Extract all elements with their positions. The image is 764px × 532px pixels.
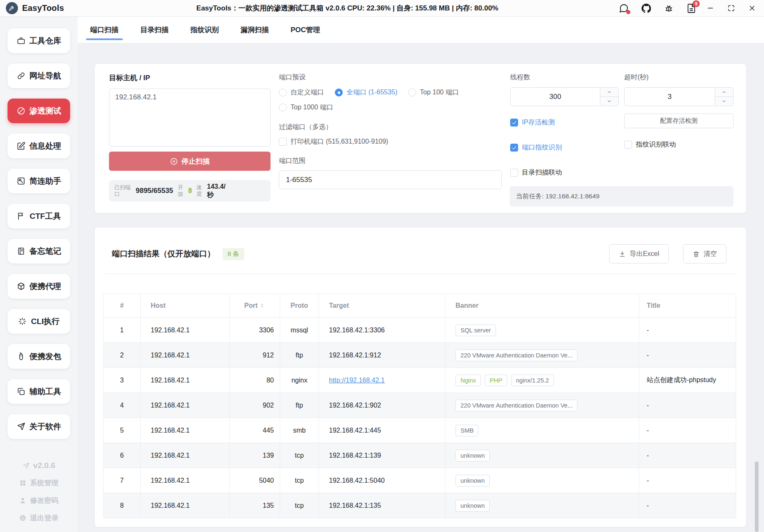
download-icon	[619, 251, 626, 258]
target-link[interactable]: http://192.168.42.1	[329, 377, 385, 384]
scan-option-checkbox-0[interactable]: IP存活检测	[510, 118, 619, 127]
chat-icon[interactable]	[619, 3, 629, 13]
host-cell: 192.168.42.1	[141, 443, 230, 468]
title-cell: -	[639, 393, 736, 418]
chevron-down-icon	[607, 99, 612, 104]
target-text: 192.168.42.1:445	[329, 427, 381, 434]
sidebar-item-8[interactable]: CLI执行	[8, 309, 70, 334]
bug-glyph-icon	[664, 3, 674, 13]
decrement-button[interactable]	[600, 97, 618, 106]
index-cell: 7	[104, 468, 141, 493]
tab-3[interactable]: 漏洞扫描	[239, 17, 271, 43]
column-header-port[interactable]: Port	[230, 294, 280, 318]
chevron-up-icon	[607, 89, 612, 95]
sidebar-item-9[interactable]: 便携发包	[8, 344, 70, 369]
tab-0[interactable]: 端口扫描	[89, 17, 120, 43]
proto-cell: ftp	[280, 393, 319, 418]
radio-unchecked-icon	[408, 89, 416, 96]
banner-cell: unknown	[445, 443, 639, 468]
notebook-icon	[17, 247, 25, 256]
sidebar-item-0[interactable]: 工具仓库	[8, 28, 70, 53]
configure-alive-check-button[interactable]: 配置存活检测	[624, 114, 734, 128]
sidebar-item-2[interactable]: 渗透测试	[8, 99, 70, 123]
table-row: 2192.168.42.1912ftp192.168.42.1:912220 V…	[104, 343, 736, 368]
preset-radio-3[interactable]: Top 1000 端口	[279, 103, 333, 112]
sidebar-footer-item-2[interactable]: 修改密码	[19, 496, 58, 505]
export-excel-label: 导出Excel	[630, 250, 659, 258]
table-row: 1192.168.42.13306mssql192.168.42.1:3306S…	[104, 318, 736, 343]
filter-checkbox-0[interactable]: 打印机端口 (515,631,9100-9109)	[279, 137, 388, 146]
checkbox-unchecked-icon	[624, 141, 632, 149]
proto-cell: mssql	[280, 318, 319, 343]
close-button[interactable]	[746, 3, 757, 14]
index-cell: 5	[104, 418, 141, 443]
banner-cell: unknown	[445, 493, 639, 518]
stepper-controls	[600, 88, 618, 106]
sidebar-item-11[interactable]: 关于软件	[8, 414, 70, 439]
sidebar-item-4[interactable]: 简连助手	[8, 169, 70, 193]
preset-radio-0[interactable]: 自定义端口	[279, 88, 324, 97]
banner-cell: NginxPHPnginx/1.25.2	[445, 368, 639, 393]
radio-label: Top 100 端口	[420, 88, 459, 97]
bug-icon[interactable]	[664, 3, 674, 13]
preset-radio-2[interactable]: Top 100 端口	[408, 88, 459, 97]
port-cell: 3306	[230, 318, 280, 343]
trash-icon	[693, 251, 700, 258]
checkbox-label: 目录扫描联动	[522, 168, 562, 177]
threads-stepper[interactable]: 300	[510, 87, 619, 106]
stop-scan-button[interactable]: 停止扫描	[109, 152, 271, 171]
changelog-doc-icon[interactable]: 9	[686, 3, 696, 13]
table-row: 8192.168.42.1135tcp192.168.42.1:135unkno…	[104, 493, 736, 518]
scan-option-checkbox-1[interactable]: 端口指纹识别	[510, 143, 619, 152]
github-icon[interactable]	[641, 3, 651, 13]
github-mark-icon	[641, 3, 651, 13]
results-count-badge: 8 条	[223, 248, 244, 260]
sidebar-item-6[interactable]: 备忘笔记	[8, 239, 70, 263]
sidebar-item-1[interactable]: 网址导航	[8, 63, 70, 88]
checkbox-label: IP存活检测	[522, 118, 555, 127]
scan-option-checkbox-2[interactable]: 目录扫描联动	[510, 168, 619, 177]
target-text: 192.168.42.1:912	[329, 352, 381, 359]
sidebar-footer-item-0[interactable]: v2.0.6	[23, 461, 56, 470]
tab-4[interactable]: POC管理	[289, 17, 322, 43]
decrement-button[interactable]	[715, 97, 733, 106]
sidebar-nav: 工具仓库网址导航渗透测试信息处理简连助手CTF工具备忘笔记便携代理CLI执行便携…	[0, 28, 78, 439]
sidebar-footer-label: v2.0.6	[33, 461, 56, 470]
increment-button[interactable]	[715, 88, 733, 97]
sidebar-item-5[interactable]: CTF工具	[8, 204, 70, 228]
titlebar-icons: 9	[607, 3, 702, 13]
title-cell: 站点创建成功-phpstudy	[639, 368, 736, 393]
minimize-button[interactable]	[705, 3, 716, 14]
scanned-ports-value: 9895/65535	[136, 187, 173, 195]
port-range-input[interactable]	[279, 170, 502, 189]
sidebar-item-7[interactable]: 便携代理	[8, 274, 70, 299]
notification-dot	[626, 10, 630, 14]
tab-2[interactable]: 指纹识别	[189, 17, 220, 43]
sidebar-item-3[interactable]: 信息处理	[8, 134, 70, 158]
proto-cell: smb	[280, 418, 319, 443]
tab-1[interactable]: 目录扫描	[139, 17, 170, 43]
export-excel-button[interactable]: 导出Excel	[609, 244, 669, 263]
active-tab-underline	[86, 38, 123, 40]
sidebar-item-label: 简连助手	[30, 176, 61, 187]
target-host-input[interactable]: 192.168.42.1	[109, 89, 271, 147]
sidebar-footer-item-1[interactable]: 系统管理	[19, 478, 58, 488]
table-row: 6192.168.42.1139tcp192.168.42.1:139unkno…	[104, 443, 736, 468]
checkbox-label: 指纹识别联动	[636, 140, 676, 149]
send-icon	[23, 462, 30, 469]
vertical-scrollbar-thumb[interactable]	[755, 461, 759, 532]
maximize-button[interactable]	[726, 3, 736, 14]
timeout-stepper[interactable]: 3	[624, 87, 734, 106]
banner-chip: unknown	[455, 475, 490, 486]
results-header: 端口扫描结果（仅开放端口） 8 条 导出Excel 清空	[112, 244, 726, 263]
clear-button[interactable]: 清空	[683, 244, 726, 263]
preset-radio-1[interactable]: 全端口 (1-65535)	[335, 88, 397, 97]
tab-label: 漏洞扫描	[240, 25, 269, 35]
sidebar-footer-item-3[interactable]: 退出登录	[19, 513, 58, 523]
sort-icon[interactable]	[259, 302, 265, 309]
sidebar-item-10[interactable]: 辅助工具	[8, 379, 70, 404]
fingerprint-link-checkbox[interactable]: 指纹识别联动	[624, 140, 734, 149]
increment-button[interactable]	[600, 88, 618, 97]
target-text: 192.168.42.1:135	[329, 502, 381, 509]
index-cell: 2	[104, 343, 141, 368]
